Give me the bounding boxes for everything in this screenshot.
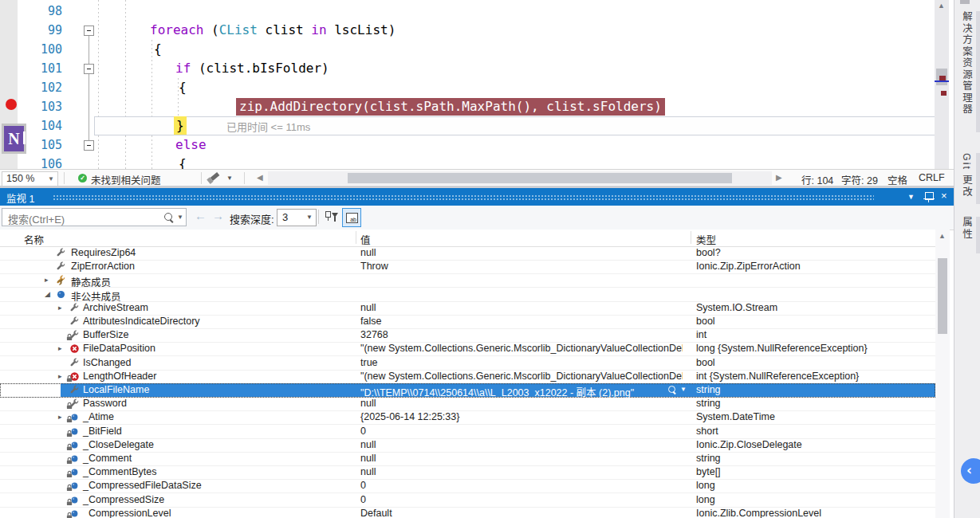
- sidebar-tab-1[interactable]: Git 更改: [959, 153, 974, 198]
- watch-row[interactable]: _CompressedFileDataSize0long: [0, 479, 935, 493]
- scrollbar-thumb[interactable]: [938, 258, 947, 334]
- chevron-down-icon[interactable]: ▼: [680, 386, 687, 393]
- tree-collapsed-arrow-icon[interactable]: ▸: [45, 276, 49, 285]
- cleanup-broom-icon[interactable]: [211, 172, 220, 181]
- search-icon[interactable]: [164, 213, 172, 221]
- code-line-101[interactable]: if (clist.bIsFolder): [175, 59, 329, 78]
- row-value: Default: [360, 508, 683, 518]
- scrollbar-thumb[interactable]: [348, 173, 732, 183]
- row-value: 0: [360, 426, 683, 437]
- scroll-up-icon[interactable]: ▲: [938, 2, 945, 10]
- horizontal-scrollbar[interactable]: [268, 171, 772, 185]
- sidebar-tab-2[interactable]: 属性: [959, 217, 974, 240]
- window-position-chevron-icon[interactable]: ▼: [907, 193, 915, 201]
- row-type: byte[]: [696, 466, 932, 477]
- outline-collapse-box[interactable]: [84, 140, 94, 151]
- zoom-level-select[interactable]: 150 %▼: [2, 171, 58, 186]
- row-value: "(new System.Collections.Generic.Mscorli…: [360, 371, 683, 382]
- watch-row[interactable]: ▸FileDataPosition"(new System.Collection…: [0, 342, 935, 356]
- code-editor[interactable]: 9899foreach (CList clist in lscList)100{…: [0, 0, 954, 169]
- watch-row[interactable]: _CompressionLevelDefaultIonic.Zlib.Compr…: [0, 507, 935, 518]
- line-number: 100: [18, 40, 62, 59]
- watch-row[interactable]: ▸_Atime{2025-06-14 12:25:33}System.DateT…: [0, 410, 935, 425]
- filter-pinned-properties-button[interactable]: [323, 209, 340, 226]
- watch-row[interactable]: AttributesIndicateDirectoryfalsebool: [0, 315, 935, 329]
- tree-expanded-arrow-icon[interactable]: ◢: [45, 290, 50, 299]
- line-ending-indicator[interactable]: CRLF: [919, 172, 945, 183]
- chevron-down-icon[interactable]: ▼: [177, 214, 183, 221]
- watch-row[interactable]: ▸静态成员: [0, 273, 935, 288]
- back-arrow-icon[interactable]: ←: [195, 209, 207, 222]
- watch-row[interactable]: IsChangedtruebool: [0, 356, 935, 371]
- value-visualizer-control[interactable]: ▼: [667, 385, 687, 395]
- watch-toolbar: 搜索(Ctrl+E) ▼ ← → 搜索深度: 3▼ ab: [0, 206, 954, 230]
- watch-row[interactable]: BufferSize32768int: [0, 328, 935, 343]
- scroll-up-icon[interactable]: ▲: [939, 232, 946, 240]
- row-name: _CompressionLevel: [83, 508, 171, 518]
- watch-row[interactable]: _BitField0short: [0, 425, 935, 439]
- row-value: null: [360, 453, 683, 464]
- code-line-106[interactable]: {: [179, 155, 187, 169]
- breakpoint-icon[interactable]: [6, 99, 17, 110]
- outline-collapse-box[interactable]: [84, 26, 94, 36]
- code-line-100[interactable]: {: [154, 40, 162, 59]
- row-value: {2025-06-14 12:25:33}: [360, 411, 683, 422]
- expand-chevron-left-button[interactable]: ‹: [961, 458, 980, 484]
- private-field-lock-icon: [69, 412, 82, 422]
- search-depth-select[interactable]: 3▼: [277, 209, 317, 226]
- watch-row[interactable]: ▸LengthOfHeader"(new System.Collections.…: [0, 370, 935, 384]
- forward-arrow-icon[interactable]: →: [212, 209, 224, 222]
- property-wrench-icon: [69, 303, 82, 313]
- pin-icon[interactable]: [925, 192, 934, 200]
- tree-collapsed-arrow-icon[interactable]: ▸: [58, 413, 62, 422]
- tree-collapsed-arrow-icon[interactable]: ▸: [58, 304, 62, 312]
- watch-row[interactable]: _CloseDelegatenullIonic.Zip.CloseDelegat…: [0, 438, 935, 453]
- current-statement-highlight: }: [174, 116, 187, 135]
- row-name: _CompressedSize: [83, 494, 164, 505]
- chevron-down-icon[interactable]: ▼: [226, 175, 233, 182]
- editor-vertical-scrollbar[interactable]: ▲: [935, 0, 949, 169]
- outline-collapse-box[interactable]: [84, 64, 94, 74]
- row-name: _CommentBytes: [83, 466, 156, 477]
- watch-row[interactable]: ◢非公共成员: [0, 288, 935, 302]
- row-type: Ionic.Zip.ZipErrorAction: [696, 261, 932, 272]
- watch-row[interactable]: LocalFileName"D:\\TEMP\\0714\\250614\\a\…: [0, 383, 935, 398]
- row-name: _CloseDelegate: [83, 439, 154, 450]
- chevron-down-icon: ▼: [306, 210, 313, 226]
- search-input[interactable]: 搜索(Ctrl+E) ▼: [2, 208, 187, 226]
- close-icon[interactable]: ×: [941, 190, 947, 202]
- watch-vertical-scrollbar[interactable]: ▲: [935, 230, 950, 518]
- watch-row[interactable]: RequiresZip64nullbool?: [0, 246, 935, 261]
- watch-row[interactable]: _CompressedSize0long: [0, 493, 935, 508]
- row-name: _BitField: [83, 426, 122, 437]
- watch-window-titlebar[interactable]: 监视 1 ▼ ×: [0, 188, 954, 206]
- code-line-103[interactable]: zip.AddDirectory(clist.sPath.MaxPath(), …: [239, 97, 665, 116]
- magnifier-icon[interactable]: [668, 386, 675, 393]
- row-value: false: [360, 316, 683, 327]
- row-name: _Atime: [83, 411, 114, 422]
- scroll-left-icon[interactable]: ◀: [257, 173, 263, 182]
- watch-row[interactable]: _CommentBytesnullbyte[]: [0, 465, 935, 480]
- code-line-105[interactable]: else: [175, 135, 207, 155]
- responsive-formatting-toggle-button[interactable]: ab: [342, 208, 361, 227]
- column-header-type[interactable]: 类型: [696, 232, 716, 247]
- tree-collapsed-arrow-icon[interactable]: ▸: [58, 344, 62, 353]
- watch-column-headers: 名称 值 类型: [0, 230, 935, 247]
- watch-row[interactable]: _Commentnullstring: [0, 452, 935, 466]
- code-line-99[interactable]: foreach (CList clist in lscList): [150, 21, 396, 40]
- watch-row[interactable]: Passwordnullstring: [0, 397, 935, 411]
- watch-variable-list[interactable]: RequiresZip64nullbool?ZipErrorActionThro…: [0, 246, 935, 518]
- column-header-name[interactable]: 名称: [24, 232, 44, 247]
- scroll-right-icon[interactable]: ▶: [776, 173, 782, 182]
- watch-row[interactable]: ▸ArchiveStreamnullSystem.IO.Stream: [0, 301, 935, 316]
- row-type: int {System.NullReferenceException}: [696, 371, 932, 382]
- property-wrench-icon: [69, 385, 82, 395]
- tree-collapsed-arrow-icon[interactable]: ▸: [58, 372, 62, 381]
- watch-row[interactable]: ZipErrorActionThrowIonic.Zip.ZipErrorAct…: [0, 260, 935, 274]
- column-header-value[interactable]: 值: [360, 232, 371, 247]
- code-line-102[interactable]: {: [179, 78, 187, 97]
- row-name: AttributesIndicateDirectory: [83, 316, 200, 327]
- sidebar-tab-0[interactable]: 解决方案资源管理器: [959, 11, 974, 116]
- error-icon: [69, 343, 82, 354]
- health-check-icon[interactable]: ✓: [78, 174, 87, 182]
